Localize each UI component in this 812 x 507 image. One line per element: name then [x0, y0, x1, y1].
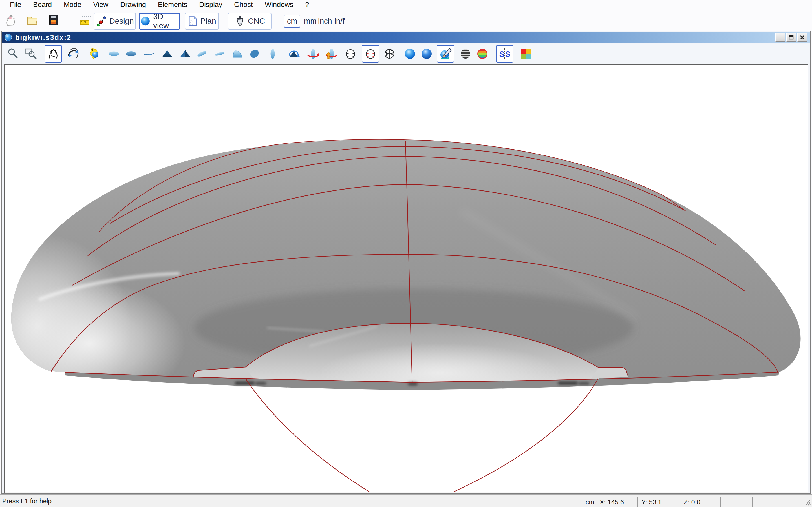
- document-window: bigkiwi.s3dx:2: [1, 31, 811, 494]
- view-toolbar: S S: [2, 44, 810, 64]
- board-3d-render: [5, 64, 808, 492]
- menu-elements[interactable]: Elements: [152, 0, 193, 9]
- outline-bottom-icon[interactable]: [124, 47, 138, 60]
- menu-board[interactable]: Board: [27, 0, 58, 9]
- zebra-stripes-icon[interactable]: [459, 47, 472, 60]
- menu-bar: File Board Mode View Drawing Elements Di…: [0, 0, 812, 9]
- status-empty-field-3: [788, 497, 801, 507]
- smooth-shaded-icon[interactable]: [420, 47, 433, 60]
- zoom-area-icon[interactable]: [24, 47, 37, 60]
- shaded-view-icon[interactable]: [403, 47, 416, 60]
- close-icon: [800, 35, 805, 40]
- outline-top-icon[interactable]: [107, 47, 120, 60]
- status-unit-value: cm: [586, 499, 594, 506]
- maximize-button[interactable]: [786, 33, 796, 42]
- design-button[interactable]: Design: [94, 13, 136, 30]
- spin-horizontal-icon[interactable]: [306, 47, 319, 60]
- status-empty-field-2: [755, 497, 785, 507]
- menu-ghost[interactable]: Ghost: [228, 0, 259, 9]
- close-button[interactable]: [797, 33, 807, 42]
- unit-inch-label: inch: [318, 17, 332, 25]
- pan-hand-icon[interactable]: [45, 45, 62, 62]
- plan-page-icon: [187, 15, 198, 27]
- rotate-view-icon[interactable]: [287, 47, 300, 60]
- view-3d-button[interactable]: 3D view: [139, 13, 180, 30]
- perspective-bottom-left-icon[interactable]: [231, 47, 244, 60]
- rocker-side-icon[interactable]: [142, 47, 155, 60]
- perspective-bottom-right-icon[interactable]: [248, 47, 261, 60]
- status-x-field: X: 145.6: [597, 497, 638, 507]
- menu-view[interactable]: View: [87, 0, 114, 9]
- unit-mm-label: mm: [304, 17, 317, 25]
- menu-windows[interactable]: Windows: [259, 0, 299, 9]
- design-overlay-icon[interactable]: [437, 45, 454, 62]
- sphere-3d-icon: [140, 15, 151, 27]
- svg-text:1 0: 1 0: [82, 22, 84, 24]
- symmetry-icon[interactable]: S S: [496, 45, 513, 62]
- status-z-value: Z: 0.0: [684, 499, 700, 506]
- status-unit-field: cm: [583, 497, 596, 507]
- front-view-icon[interactable]: [161, 47, 174, 60]
- cnc-button[interactable]: CNC: [228, 13, 271, 30]
- menu-mode[interactable]: Mode: [58, 0, 87, 9]
- status-help-text: Press F1 for help: [2, 497, 52, 505]
- spin-flip-icon[interactable]: [324, 47, 337, 60]
- menu-drawing[interactable]: Drawing: [114, 0, 152, 9]
- open-folder-icon[interactable]: [26, 13, 39, 26]
- unit-inf-label: in/f: [335, 17, 345, 25]
- cnc-button-label: CNC: [248, 17, 265, 25]
- maximize-icon: [789, 35, 794, 40]
- menu-help[interactable]: ?: [299, 0, 315, 9]
- status-x-value: X: 145.6: [600, 499, 624, 506]
- unit-cm-label: cm: [287, 17, 297, 25]
- perspective-top-right-icon[interactable]: [213, 47, 226, 60]
- light-icon[interactable]: [88, 47, 101, 60]
- color-palette-icon[interactable]: [519, 47, 532, 60]
- wireframe-mesh-icon[interactable]: [383, 47, 396, 60]
- unit-inf[interactable]: in/f: [335, 15, 345, 27]
- unit-inch[interactable]: inch: [318, 15, 332, 27]
- perspective-top-left-icon[interactable]: [195, 47, 208, 60]
- status-y-value: Y: 53.1: [642, 499, 662, 506]
- view-3d-button-label: 3D view: [153, 12, 179, 30]
- window-title: bigkiwi.s3dx:2: [15, 34, 71, 42]
- main-toolbar: 1 0 Design 3D view Plan: [0, 9, 812, 31]
- svg-text:S: S: [505, 50, 510, 59]
- minimize-button[interactable]: [775, 33, 785, 42]
- design-curve-icon: [96, 15, 107, 27]
- app-sphere-icon: [4, 33, 12, 42]
- design-button-label: Design: [109, 17, 134, 25]
- menu-file[interactable]: File: [4, 0, 27, 9]
- plan-button-label: Plan: [200, 17, 216, 25]
- window-titlebar[interactable]: bigkiwi.s3dx:2: [2, 32, 810, 43]
- rotate-3d-icon[interactable]: [66, 47, 80, 60]
- unit-cm[interactable]: cm: [284, 15, 300, 27]
- resize-grip[interactable]: [803, 498, 811, 506]
- nose-view-icon[interactable]: [266, 47, 279, 60]
- svg-text:S: S: [499, 50, 504, 59]
- save-icon[interactable]: [47, 13, 60, 26]
- wireframe-icon[interactable]: [344, 47, 357, 60]
- viewport-3d[interactable]: [4, 64, 808, 493]
- curvature-map-icon[interactable]: [476, 47, 489, 60]
- status-z-field: Z: 0.0: [681, 497, 721, 507]
- menu-display[interactable]: Display: [193, 0, 228, 9]
- measure-icon[interactable]: 1 0: [78, 13, 91, 26]
- status-empty-field-1: [722, 497, 753, 507]
- status-bar: Press F1 for help cm X: 145.6 Y: 53.1 Z:…: [0, 494, 812, 507]
- back-view-icon[interactable]: [179, 47, 192, 60]
- zoom-icon[interactable]: [6, 47, 19, 60]
- status-y-field: Y: 53.1: [639, 497, 680, 507]
- pointer-hand-icon[interactable]: [4, 13, 17, 26]
- wireframe-slices-icon[interactable]: [362, 45, 379, 62]
- cnc-bit-icon: [234, 15, 246, 27]
- minimize-icon: [777, 35, 783, 40]
- plan-button[interactable]: Plan: [185, 13, 219, 30]
- unit-mm[interactable]: mm: [304, 15, 317, 27]
